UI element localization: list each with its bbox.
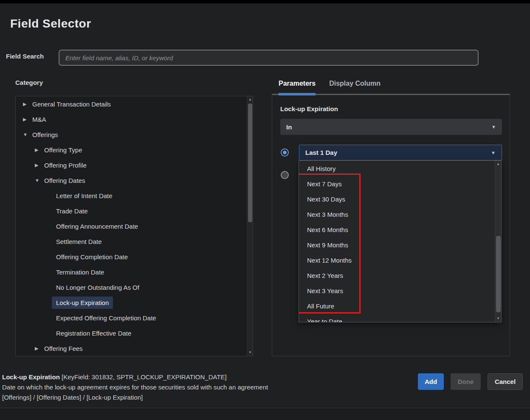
scroll-up-icon[interactable]: ▲ xyxy=(247,97,253,103)
tree-item-label: Offering Dates xyxy=(44,177,85,184)
tree-item-label: M&A xyxy=(32,116,46,123)
category-tree-panel: ▶General Transaction Details▶M&A▼Offerin… xyxy=(15,96,253,356)
footer-key-info: [KeyField: 301832, SPTR_LOCKUP_EXPIRATIO… xyxy=(60,373,227,381)
dropdown-option[interactable]: Next 30 Days xyxy=(299,191,495,207)
chevron-down-icon: ▼ xyxy=(491,150,496,155)
scroll-down-icon[interactable]: ▼ xyxy=(495,316,501,322)
tree-item-label: Settlement Date xyxy=(56,238,102,245)
tree-item-label: Registration Effective Date xyxy=(56,330,131,337)
tree-item[interactable]: ▶Offering Profile xyxy=(16,157,247,173)
chevron-right-icon[interactable]: ▶ xyxy=(35,346,44,351)
dropdown-option[interactable]: Next 2 Years xyxy=(299,268,495,283)
radio-relative-period[interactable] xyxy=(281,148,289,157)
tree-item[interactable]: ▶Offering Type xyxy=(16,142,247,157)
cancel-button[interactable]: Cancel xyxy=(488,373,523,390)
page-title: Field Selector xyxy=(10,17,91,31)
period-dropdown-list: All HistoryNext 7 DaysNext 30 DaysNext 3… xyxy=(299,160,502,322)
tree-item-label: Offering Type xyxy=(44,146,82,154)
scroll-up-icon[interactable]: ▲ xyxy=(495,161,501,167)
dropdown-option[interactable]: Next 6 Months xyxy=(299,222,495,237)
tree-item-label: Offerings xyxy=(32,131,58,138)
tree-item[interactable]: Termination Date xyxy=(16,264,247,280)
dropdown-option[interactable]: Next 9 Months xyxy=(299,237,495,252)
tree-item[interactable]: ▼Offering Dates xyxy=(16,173,247,188)
dropdown-option[interactable]: All Future xyxy=(299,298,495,314)
dropdown-option[interactable]: Next 7 Days xyxy=(299,176,495,191)
tree-item-label: General Transaction Details xyxy=(32,101,111,108)
dropdown-scrollbar[interactable]: ▲ ▼ xyxy=(495,161,501,322)
tree-item[interactable]: ▶Offering Fees xyxy=(16,341,247,356)
tree-scrollbar-thumb[interactable] xyxy=(248,104,252,222)
tree-item[interactable]: Letter of Intent Date xyxy=(16,188,247,203)
dropdown-option[interactable]: All History xyxy=(299,161,495,176)
period-select[interactable]: Last 1 Day ▼ xyxy=(299,145,502,160)
dropdown-option[interactable]: Year to Date xyxy=(299,314,495,322)
footer-field-name: Lock-up Expiration xyxy=(2,373,60,381)
done-button[interactable]: Done xyxy=(451,373,481,390)
period-select-value: Last 1 Day xyxy=(305,149,337,156)
chevron-down-icon[interactable]: ▼ xyxy=(23,132,32,137)
tree-item-label: Offering Profile xyxy=(44,162,87,169)
category-label: Category xyxy=(15,79,43,86)
chevron-right-icon[interactable]: ▶ xyxy=(35,162,44,168)
tree-item[interactable]: Settlement Date xyxy=(16,234,247,249)
tree-item-label: Termination Date xyxy=(56,269,104,276)
bottom-strip xyxy=(0,408,530,420)
tree-item[interactable]: Offering Completion Date xyxy=(16,249,247,264)
parameter-field-title: Lock-up Expiration xyxy=(280,105,338,112)
operator-select[interactable]: In ▼ xyxy=(280,119,502,135)
tree-item-label: Lock-up Expiration xyxy=(52,297,113,309)
tab-parameters[interactable]: Parameters xyxy=(279,80,316,94)
operator-value: In xyxy=(286,123,292,131)
footer-path: [Offerings] / [Offering Dates] / [Lock-u… xyxy=(2,392,268,403)
tree-item-label: Expected Offering Completion Date xyxy=(56,314,156,322)
chevron-down-icon: ▼ xyxy=(491,124,496,129)
field-search-label: Field Search xyxy=(6,53,44,60)
chevron-right-icon[interactable]: ▶ xyxy=(23,101,32,107)
add-button[interactable]: Add xyxy=(418,373,444,390)
top-bar xyxy=(0,0,530,3)
tree-item[interactable]: No Longer Outstanding As Of xyxy=(16,280,247,295)
footer-line-1: Lock-up Expiration [KeyField: 301832, SP… xyxy=(2,372,268,382)
tree-item[interactable]: Lock-up Expiration xyxy=(16,295,247,310)
dropdown-scrollbar-thumb[interactable] xyxy=(496,236,501,312)
radio-custom-range[interactable] xyxy=(281,171,289,179)
category-tree: ▶General Transaction Details▶M&A▼Offerin… xyxy=(16,96,247,356)
tree-item-label: Offering Fees xyxy=(44,345,83,352)
tree-item-label: Trade Date xyxy=(56,207,87,215)
tree-scrollbar[interactable]: ▲ ▼ xyxy=(247,96,253,356)
chevron-right-icon[interactable]: ▶ xyxy=(35,147,44,153)
tab-display-column-label: Display Column xyxy=(329,80,381,87)
tab-bar: Parameters Display Column xyxy=(279,80,381,94)
tree-item[interactable]: ▶M&A xyxy=(16,112,247,127)
field-selector-dialog: Field Selector Field Search Category ▶Ge… xyxy=(0,0,530,420)
tab-display-column[interactable]: Display Column xyxy=(329,80,381,94)
tree-item-label: No Longer Outstanding As Of xyxy=(56,284,139,291)
tree-item[interactable]: ▶General Transaction Details xyxy=(16,96,247,112)
field-description-footer: Lock-up Expiration [KeyField: 301832, SP… xyxy=(2,372,268,403)
tab-parameters-label: Parameters xyxy=(279,80,316,87)
tree-item[interactable]: Registration Effective Date xyxy=(16,325,247,341)
scroll-down-icon[interactable]: ▼ xyxy=(247,350,253,356)
tree-item[interactable]: Trade Date xyxy=(16,203,247,218)
field-search-input[interactable] xyxy=(59,50,479,66)
chevron-down-icon[interactable]: ▼ xyxy=(35,178,44,183)
tree-item-label: Offering Announcement Date xyxy=(56,223,138,230)
tree-item-label: Offering Completion Date xyxy=(56,253,128,260)
tree-item[interactable]: Expected Offering Completion Date xyxy=(16,310,247,325)
tree-item[interactable]: Offering Announcement Date xyxy=(16,218,247,234)
dropdown-option[interactable]: Next 3 Years xyxy=(299,283,495,298)
footer-description: Date on which the lock-up agreement expi… xyxy=(2,382,268,392)
dropdown-option[interactable]: Next 12 Months xyxy=(299,252,495,268)
tree-item-label: Letter of Intent Date xyxy=(56,192,113,199)
tree-item[interactable]: ▼Offerings xyxy=(16,127,247,142)
dropdown-option[interactable]: Next 3 Months xyxy=(299,207,495,222)
dropdown-options: All HistoryNext 7 DaysNext 30 DaysNext 3… xyxy=(299,161,495,322)
chevron-right-icon[interactable]: ▶ xyxy=(23,117,32,122)
